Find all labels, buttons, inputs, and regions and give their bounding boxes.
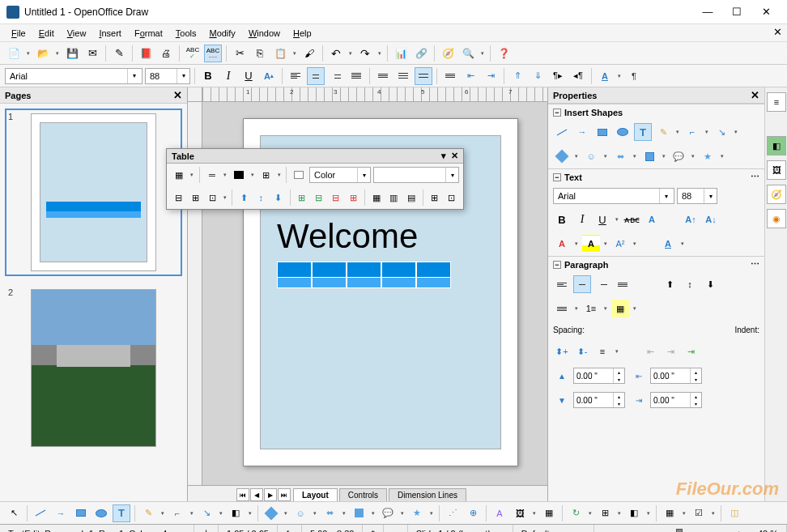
line-tool[interactable]	[553, 123, 571, 141]
pages-list[interactable]: 1 2	[0, 104, 187, 501]
styles-deck-icon[interactable]: ◉	[767, 209, 786, 228]
paragraph-button[interactable]: ¶	[625, 67, 643, 85]
table-toolbar-dropdown[interactable]: ▾	[441, 151, 446, 161]
menu-file[interactable]: File	[5, 27, 32, 40]
demote-button[interactable]: ⇥	[482, 67, 500, 85]
table-toolbar-header[interactable]: Table ▾✕	[167, 149, 463, 164]
tab-controls[interactable]: Controls	[339, 488, 387, 501]
collapse-icon[interactable]: −	[553, 173, 561, 181]
ellipse-tool-bottom[interactable]	[92, 504, 110, 522]
ltr-button[interactable]: ¶▸	[549, 67, 567, 85]
from-file-btn[interactable]: 🖼	[511, 504, 529, 522]
maximize-button[interactable]: ☐	[722, 1, 751, 23]
color-picker-combo[interactable]: ▾	[373, 167, 459, 183]
menu-window[interactable]: Window	[242, 27, 287, 40]
delete-row-btn[interactable]: ⊟	[329, 189, 343, 206]
line-spacing-15-button[interactable]	[394, 67, 412, 85]
bullets-btn[interactable]	[553, 300, 571, 317]
highlight[interactable]: A	[582, 235, 600, 253]
valign-top-btn[interactable]: ⬆	[236, 189, 251, 206]
font-size-input[interactable]	[146, 69, 177, 83]
dec-indent[interactable]: ⇤	[641, 343, 659, 360]
merge-cells-btn[interactable]: ⊟	[171, 189, 185, 206]
inc-indent[interactable]: ⇥	[662, 343, 679, 360]
undo-dropdown[interactable]: ▾	[347, 50, 354, 57]
insert-btn[interactable]: ▦	[661, 504, 679, 522]
menu-insert[interactable]: Insert	[92, 27, 128, 40]
lines-arrows-tool[interactable]: ↘	[713, 123, 730, 141]
connector-btn[interactable]: ⌐	[168, 504, 186, 522]
stars-bottom[interactable]: ★	[408, 504, 426, 522]
properties-close-icon[interactable]: ✕	[751, 89, 759, 101]
minimize-button[interactable]: —	[693, 1, 722, 23]
fill-color-combo[interactable]: ▾	[309, 167, 371, 183]
horizontal-ruler[interactable]: 1 2 3 4 5 6 7	[188, 87, 547, 102]
tab-layout[interactable]: Layout	[293, 488, 338, 501]
menu-view[interactable]: View	[61, 27, 93, 40]
tab-first[interactable]: ⏮	[236, 488, 249, 501]
para-justify[interactable]	[614, 275, 632, 293]
symbol-shapes-tool[interactable]: ☺	[582, 147, 600, 165]
table-toolbar[interactable]: Table ▾✕ ▦▾ ═▾ ▾ ⊞▾ ▾ ▾ ⊟ ⊞ ⊡▾ ⬆ ↕ ⬇ ⊞ ⊟…	[166, 148, 464, 210]
select-table-btn[interactable]: ▦	[369, 189, 384, 206]
valign-top[interactable]: ⬆	[661, 275, 679, 293]
insert-col-btn[interactable]: ⊟	[312, 189, 326, 206]
curve-btn[interactable]: ✎	[139, 504, 157, 522]
menu-format[interactable]: Format	[128, 27, 169, 40]
navigator-deck-icon[interactable]: 🧭	[767, 185, 786, 204]
gallery-deck-icon[interactable]: 🖼	[767, 160, 786, 180]
tab-last[interactable]: ⏭	[278, 488, 291, 501]
arrow-tool-bottom[interactable]: →	[52, 504, 70, 522]
tab-prev[interactable]: ◀	[250, 488, 263, 501]
panel-underline[interactable]: U	[593, 211, 611, 228]
hang-indent[interactable]: ⇥	[682, 343, 700, 360]
properties-deck-icon[interactable]: ◧	[767, 136, 786, 155]
status-slide[interactable]: Slide 1 / 2 (Layout)	[408, 525, 513, 532]
redo-dropdown[interactable]: ▾	[376, 50, 383, 57]
open-dropdown[interactable]: ▾	[54, 50, 61, 57]
panel-shadow[interactable]: A	[643, 211, 661, 228]
super-sub[interactable]: A²	[611, 235, 629, 253]
numbering-btn[interactable]: 1≡	[582, 300, 600, 317]
arrows-bottom[interactable]: ⬌	[321, 504, 338, 522]
space-above-input[interactable]: ▴▾	[573, 368, 625, 384]
zoom-in[interactable]: +	[728, 525, 749, 532]
flowchart-tool[interactable]	[640, 147, 658, 165]
font-size-dropdown[interactable]: ▾	[177, 69, 189, 83]
promote-button[interactable]: ⇤	[462, 67, 479, 85]
valign-bot[interactable]: ⬇	[701, 275, 719, 293]
border-color-btn[interactable]	[231, 166, 247, 184]
close-button[interactable]: ✕	[751, 1, 781, 23]
controls-btn[interactable]: ☑	[690, 504, 708, 522]
status-signature[interactable]	[384, 525, 408, 532]
page-thumb-2[interactable]: 2	[5, 284, 182, 452]
points-btn[interactable]: ⋰	[444, 504, 462, 522]
section-insert-shapes[interactable]: − Insert Shapes	[548, 104, 764, 120]
paste-button[interactable]	[271, 45, 289, 62]
spellcheck-button[interactable]: ABC	[184, 45, 202, 62]
panel-shrink[interactable]: A↓	[702, 211, 720, 228]
character-dropdown[interactable]: ▾	[616, 73, 623, 79]
rotate-btn[interactable]: ↻	[567, 504, 585, 522]
font-name-dropdown[interactable]: ▾	[127, 69, 140, 83]
section-text[interactable]: − Text ⋯	[548, 168, 764, 185]
zoom-out[interactable]: −	[624, 525, 645, 532]
open-button[interactable]	[34, 45, 52, 62]
panel-size-combo[interactable]: ▾	[677, 188, 717, 204]
collapse-icon[interactable]: −	[553, 109, 561, 117]
panel-italic[interactable]: I	[573, 211, 591, 228]
align-btn[interactable]: ⊞	[596, 504, 614, 522]
new-button[interactable]	[5, 45, 23, 62]
hyperlink-button[interactable]	[412, 45, 430, 62]
arrow-tool[interactable]: →	[573, 123, 591, 141]
connector-tool[interactable]: ⌐	[683, 123, 701, 141]
font-size-combo[interactable]: ▾	[145, 68, 190, 84]
line-sp[interactable]: ≡	[593, 343, 611, 360]
menubar-close-icon[interactable]: ✕	[773, 26, 782, 38]
basic-bottom[interactable]	[262, 504, 280, 522]
fontwork-btn[interactable]: A	[491, 504, 508, 522]
media-toggle[interactable]: ▦	[540, 504, 558, 522]
menu-edit[interactable]: Edit	[32, 27, 61, 40]
menu-help[interactable]: Help	[287, 27, 318, 40]
basic-shapes-tool[interactable]	[553, 147, 571, 165]
